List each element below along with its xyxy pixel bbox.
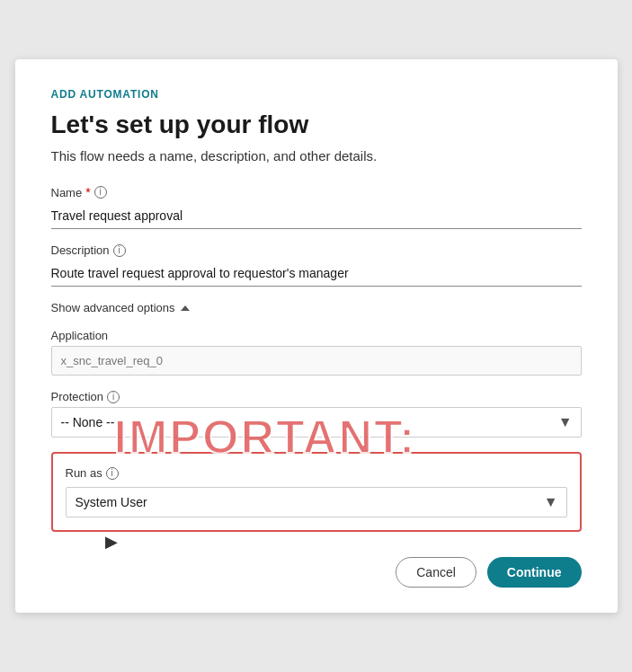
protection-field-group: Protection i -- None -- Protected Read-o… <box>51 390 582 438</box>
run-as-select[interactable]: System User Current User <box>66 487 567 517</box>
description-info-icon[interactable]: i <box>113 244 126 257</box>
page-title: Let's set up your flow <box>51 110 582 140</box>
continue-button[interactable]: Continue <box>487 557 582 588</box>
description-label: Description i <box>51 243 582 257</box>
protection-select-wrapper: -- None -- Protected Read-only ▼ <box>51 407 582 438</box>
name-field-group: Name * i <box>51 185 582 229</box>
application-input[interactable] <box>51 346 582 376</box>
name-info-icon[interactable]: i <box>94 186 107 199</box>
run-as-info-icon[interactable]: i <box>106 467 119 480</box>
name-input[interactable] <box>51 203 582 229</box>
name-label: Name * i <box>51 185 582 199</box>
page-subtitle: This flow needs a name, description, and… <box>51 148 582 164</box>
cancel-button[interactable]: Cancel <box>396 557 476 588</box>
modal-top-label: ADD AUTOMATION <box>51 88 582 101</box>
protection-select[interactable]: -- None -- Protected Read-only <box>51 407 582 438</box>
advanced-options-label: Show advanced options <box>51 301 175 314</box>
advanced-options-toggle[interactable]: Show advanced options <box>51 301 582 314</box>
add-automation-modal: ADD AUTOMATION Let's set up your flow Th… <box>15 59 618 614</box>
chevron-up-icon <box>181 305 190 311</box>
required-star: * <box>85 185 90 199</box>
application-label: Application <box>51 329 582 342</box>
application-field-group: Application <box>51 329 582 376</box>
run-as-select-wrapper: System User Current User ▼ <box>66 487 567 517</box>
cursor-indicator: ▶ <box>105 532 118 552</box>
run-as-label: Run as i <box>66 466 567 480</box>
description-input[interactable] <box>51 261 582 287</box>
description-field-group: Description i <box>51 243 582 287</box>
protection-info-icon[interactable]: i <box>107 391 120 403</box>
protection-label: Protection i <box>51 390 582 403</box>
run-as-section: Run as i System User Current User ▼ <box>51 452 582 532</box>
footer-buttons: Cancel Continue <box>51 550 582 588</box>
